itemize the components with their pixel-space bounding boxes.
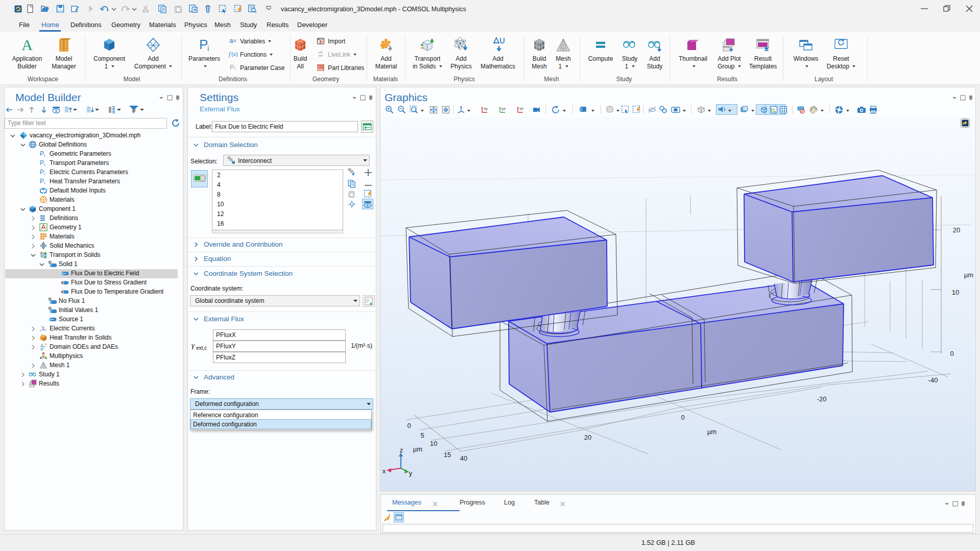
svg-text:=: =	[233, 37, 236, 44]
svg-text:y: y	[409, 469, 413, 477]
svg-text:xy: xy	[484, 106, 488, 111]
svg-text:P: P	[199, 37, 208, 52]
svg-text:yz: yz	[501, 106, 506, 111]
svg-text:-20: -20	[817, 395, 827, 403]
svg-text:z: z	[400, 446, 403, 454]
svg-text:0: 0	[950, 350, 953, 357]
svg-text:P: P	[230, 63, 234, 71]
svg-text:P: P	[40, 169, 44, 176]
svg-text:_: _	[44, 325, 47, 329]
svg-text:µm: µm	[964, 271, 973, 279]
svg-text:20: 20	[953, 226, 960, 234]
svg-text:+: +	[40, 329, 42, 332]
svg-text:40: 40	[460, 454, 467, 462]
svg-text:i: i	[44, 181, 45, 185]
svg-text:i: i	[234, 66, 235, 71]
svg-text:P: P	[40, 159, 44, 166]
svg-text:µm: µm	[707, 428, 716, 436]
svg-text:P: P	[40, 150, 44, 157]
svg-text:15: 15	[444, 451, 451, 459]
svg-text:A: A	[21, 37, 33, 53]
svg-text:dt: dt	[40, 347, 43, 351]
svg-text:i: i	[44, 162, 45, 167]
svg-text:10: 10	[952, 289, 959, 296]
svg-text:x: x	[383, 467, 386, 475]
svg-text:µm: µm	[413, 445, 422, 453]
svg-text:5: 5	[420, 432, 424, 439]
svg-text:(x): (x)	[231, 51, 238, 57]
svg-text:20: 20	[584, 434, 591, 441]
svg-text:d: d	[41, 343, 43, 347]
svg-text:i: i	[44, 153, 45, 158]
svg-text:-40: -40	[928, 376, 938, 384]
svg-text:0: 0	[681, 414, 684, 421]
svg-text:P: P	[40, 178, 44, 185]
svg-text:i: i	[207, 44, 209, 53]
svg-text:xz: xz	[519, 106, 523, 111]
svg-text:10: 10	[430, 440, 437, 447]
svg-text:i: i	[44, 172, 45, 176]
svg-text:0: 0	[407, 422, 411, 429]
